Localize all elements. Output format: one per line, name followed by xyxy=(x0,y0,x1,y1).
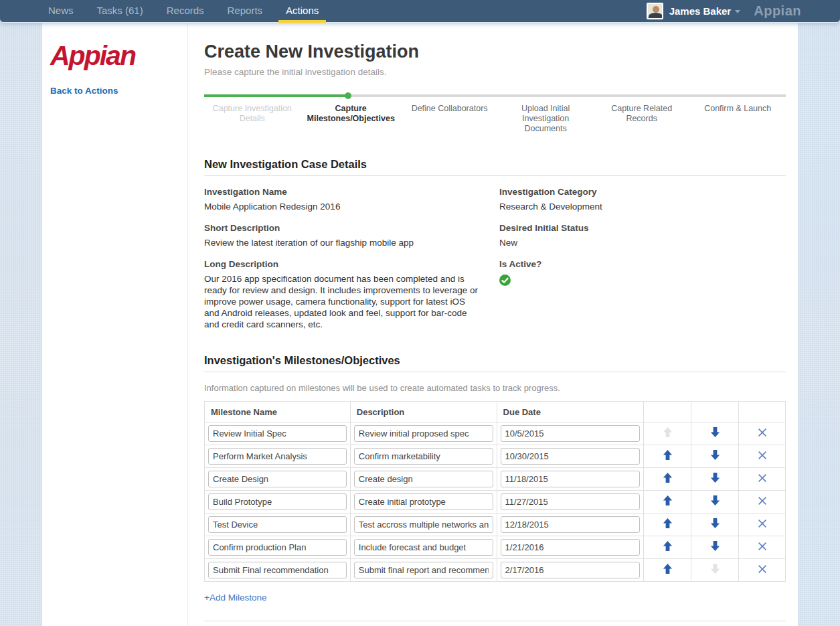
field-value: Mobile Application Redesign 2016 xyxy=(204,201,481,212)
milestone-due-date-input[interactable] xyxy=(501,471,641,487)
nav-item[interactable]: Records xyxy=(165,0,205,22)
stepper-step: Capture Investigation Details xyxy=(204,104,301,134)
field: Is Active? xyxy=(499,259,786,286)
stepper-step: Upload Initial Investigation Documents xyxy=(497,104,594,134)
down-arrow-icon[interactable] xyxy=(710,541,720,551)
down-arrow-icon xyxy=(710,564,720,574)
fields-right: Investigation Category Research & Develo… xyxy=(499,176,786,330)
up-arrow-icon[interactable] xyxy=(663,450,673,460)
milestone-row xyxy=(205,445,786,468)
sidebar: Appian Back to Actions xyxy=(42,22,188,626)
down-arrow-icon[interactable] xyxy=(710,450,720,460)
down-arrow-icon[interactable] xyxy=(710,473,720,483)
main-content: Create New Investigation Please capture … xyxy=(204,22,786,626)
milestone-due-date-input[interactable] xyxy=(501,493,641,510)
up-arrow-icon[interactable] xyxy=(663,564,673,574)
field-label: Investigation Category xyxy=(499,187,786,197)
field: Long Description Our 2016 app specificat… xyxy=(204,259,481,330)
milestone-due-date-input[interactable] xyxy=(501,425,641,442)
milestone-row xyxy=(205,514,786,536)
field: Investigation Name Mobile Application Re… xyxy=(204,187,481,212)
page-title: Create New Investigation xyxy=(204,42,786,62)
up-arrow-icon[interactable] xyxy=(663,473,673,483)
milestone-row xyxy=(205,559,786,582)
milestones-table-body xyxy=(205,422,786,582)
milestone-name-input[interactable] xyxy=(208,425,347,442)
up-arrow-icon[interactable] xyxy=(663,541,673,551)
field-label: Investigation Name xyxy=(204,187,481,197)
content-panel: Appian Back to Actions Create New Invest… xyxy=(42,22,798,626)
stepper-track xyxy=(204,94,786,97)
col-header-description: Description xyxy=(350,402,497,422)
up-arrow-icon[interactable] xyxy=(663,495,673,505)
milestone-name-input[interactable] xyxy=(208,539,347,556)
down-arrow-icon[interactable] xyxy=(710,495,720,505)
case-details-heading: New Investigation Case Details xyxy=(204,158,786,176)
delete-x-icon[interactable] xyxy=(758,473,767,483)
field: Investigation Category Research & Develo… xyxy=(499,187,786,212)
milestones-info: Information captured on milestones will … xyxy=(204,383,786,393)
up-arrow-icon xyxy=(663,427,673,437)
down-arrow-icon[interactable] xyxy=(710,518,720,528)
milestone-description-input[interactable] xyxy=(354,425,493,442)
milestone-description-input[interactable] xyxy=(354,562,493,578)
field-label: Desired Initial Status xyxy=(499,223,786,233)
appian-brand-logo: Appian xyxy=(754,3,801,19)
col-header-milestone-name: Milestone Name xyxy=(205,402,351,422)
user-avatar[interactable] xyxy=(647,3,663,19)
stepper-step: Define Collaborators xyxy=(402,104,498,134)
field-label: Short Description xyxy=(204,223,481,233)
col-header-delete xyxy=(739,402,786,422)
milestone-due-date-input[interactable] xyxy=(501,562,641,578)
appian-logo: Appian xyxy=(50,40,187,72)
field-label: Is Active? xyxy=(499,259,786,269)
field-label: Long Description xyxy=(204,259,481,269)
milestone-due-date-input[interactable] xyxy=(501,516,641,533)
milestone-description-input[interactable] xyxy=(354,539,493,556)
page-subtitle: Please capture the initial investigation… xyxy=(204,67,786,77)
nav-item-active[interactable]: Actions xyxy=(284,0,320,22)
milestone-due-date-input[interactable] xyxy=(501,539,641,556)
milestone-row xyxy=(205,422,786,445)
nav-item[interactable]: Reports xyxy=(226,0,264,22)
milestone-row xyxy=(205,536,786,559)
milestones-table: Milestone Name Description Due Date xyxy=(204,401,786,582)
milestone-name-input[interactable] xyxy=(208,493,347,510)
delete-x-icon[interactable] xyxy=(758,542,767,551)
milestone-description-input[interactable] xyxy=(354,471,493,487)
back-to-actions-link[interactable]: Back to Actions xyxy=(50,86,118,96)
stepper-step: Capture Milestones/Objectives xyxy=(301,104,402,134)
up-arrow-icon[interactable] xyxy=(663,518,673,528)
stepper-steps: Capture Investigation DetailsCapture Mil… xyxy=(204,104,786,134)
milestone-name-input[interactable] xyxy=(208,471,347,487)
field-value: New xyxy=(499,237,786,248)
down-arrow-icon[interactable] xyxy=(710,427,720,437)
stepper-step: Confirm & Launch xyxy=(689,104,786,134)
delete-x-icon[interactable] xyxy=(758,519,767,528)
nav-item[interactable]: Tasks (61) xyxy=(96,0,145,22)
milestone-due-date-input[interactable] xyxy=(501,448,641,465)
milestone-name-input[interactable] xyxy=(208,516,347,533)
delete-x-icon[interactable] xyxy=(758,428,767,437)
stepper-dot xyxy=(345,92,351,99)
delete-x-icon[interactable] xyxy=(758,451,767,460)
field-value: Our 2016 app specification document has … xyxy=(204,273,481,330)
caret-down-icon[interactable] xyxy=(735,10,740,13)
fields-left: Investigation Name Mobile Application Re… xyxy=(204,176,499,330)
user-name[interactable]: James Baker xyxy=(669,5,732,17)
milestone-row xyxy=(205,468,786,491)
wizard-stepper: Capture Investigation DetailsCapture Mil… xyxy=(204,94,786,134)
stepper-step: Capture Related Records xyxy=(594,104,690,134)
add-milestone-link[interactable]: +Add Milestone xyxy=(204,593,266,603)
user-menu[interactable]: James Baker Appian xyxy=(647,0,801,22)
delete-x-icon[interactable] xyxy=(758,564,767,574)
divider xyxy=(204,621,786,621)
milestone-row xyxy=(205,491,786,514)
milestone-name-input[interactable] xyxy=(208,562,347,578)
milestone-description-input[interactable] xyxy=(354,448,493,465)
delete-x-icon[interactable] xyxy=(758,496,767,505)
milestone-description-input[interactable] xyxy=(354,493,493,510)
milestone-description-input[interactable] xyxy=(354,516,493,533)
nav-item[interactable]: News xyxy=(47,0,75,22)
milestone-name-input[interactable] xyxy=(208,448,347,465)
